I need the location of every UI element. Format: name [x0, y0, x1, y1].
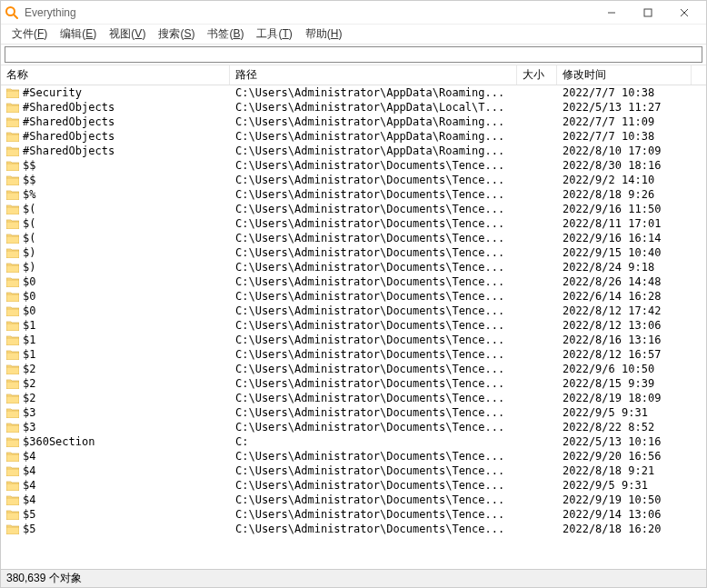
file-name: $( — [23, 203, 35, 215]
cell-date: 2022/7/7 11:09 — [557, 115, 706, 128]
col-header-size[interactable]: 大小 — [517, 65, 557, 85]
col-header-path[interactable]: 路径 — [230, 65, 517, 85]
folder-icon — [6, 175, 19, 185]
cell-path: C: — [230, 435, 517, 448]
table-row[interactable]: $0C:\Users\Administrator\Documents\Tence… — [1, 289, 706, 304]
menu-item[interactable]: 文件(F) — [6, 25, 53, 44]
menu-item[interactable]: 视图(V) — [104, 25, 151, 44]
table-row[interactable]: $4C:\Users\Administrator\Documents\Tence… — [1, 449, 706, 463]
menu-item[interactable]: 工具(T) — [251, 25, 297, 44]
cell-date: 2022/8/18 9:26 — [557, 188, 706, 201]
cell-path: C:\Users\Administrator\Documents\Tence..… — [230, 377, 517, 390]
file-name: $( — [23, 232, 35, 244]
cell-date: 2022/8/12 13:06 — [557, 319, 706, 332]
cell-name: $3 — [1, 406, 230, 419]
file-name: $2 — [23, 377, 35, 390]
table-row[interactable]: #SecurityC:\Users\Administrator\AppData\… — [1, 85, 706, 100]
minimize-button[interactable] — [593, 3, 630, 23]
table-row[interactable]: $)C:\Users\Administrator\Documents\Tence… — [1, 245, 706, 260]
table-row[interactable]: $%C:\Users\Administrator\Documents\Tence… — [1, 187, 706, 202]
col-header-modified[interactable]: 修改时间 — [557, 65, 692, 85]
cell-date: 2022/8/12 17:42 — [557, 304, 706, 317]
cell-date: 2022/8/18 16:20 — [557, 523, 706, 535]
cell-name: $$ — [1, 174, 230, 186]
file-name: $( — [23, 217, 35, 230]
table-row[interactable]: $)C:\Users\Administrator\Documents\Tence… — [1, 260, 706, 274]
search-input[interactable] — [5, 46, 702, 63]
cell-path: C:\Users\Administrator\Documents\Tence..… — [230, 232, 517, 244]
file-name: $5 — [23, 523, 35, 535]
table-row[interactable]: $2C:\Users\Administrator\Documents\Tence… — [1, 376, 706, 391]
file-name: $2 — [23, 363, 35, 375]
table-row[interactable]: $5C:\Users\Administrator\Documents\Tence… — [1, 507, 706, 522]
svg-line-1 — [14, 15, 17, 18]
results-list[interactable]: #SecurityC:\Users\Administrator\AppData\… — [1, 85, 706, 569]
table-row[interactable]: #SharedObjectsC:\Users\Administrator\App… — [1, 129, 706, 144]
menu-item[interactable]: 帮助(H) — [300, 25, 348, 44]
table-row[interactable]: $(C:\Users\Administrator\Documents\Tence… — [1, 231, 706, 245]
close-button[interactable] — [666, 3, 702, 23]
folder-icon — [6, 423, 19, 433]
menu-item[interactable]: 编辑(E) — [55, 25, 102, 44]
cell-path: C:\Users\Administrator\Documents\Tence..… — [230, 319, 517, 332]
file-name: $0 — [23, 290, 35, 303]
table-row[interactable]: #SharedObjectsC:\Users\Administrator\App… — [1, 115, 706, 129]
cell-path: C:\Users\Administrator\Documents\Tence..… — [230, 421, 517, 434]
table-row[interactable]: $(C:\Users\Administrator\Documents\Tence… — [1, 202, 706, 216]
cell-path: C:\Users\Administrator\Documents\Tence..… — [230, 304, 517, 317]
menu-item[interactable]: 搜索(S) — [153, 25, 200, 44]
cell-name: $( — [1, 203, 230, 215]
file-name: $5 — [23, 508, 35, 521]
menu-item[interactable]: 书签(B) — [202, 25, 249, 44]
cell-path: C:\Users\Administrator\AppData\Roaming..… — [230, 86, 517, 99]
cell-name: #SharedObjects — [1, 115, 230, 128]
cell-name: $( — [1, 232, 230, 244]
cell-name: $% — [1, 188, 230, 201]
col-header-name[interactable]: 名称 — [1, 65, 230, 85]
cell-path: C:\Users\Administrator\Documents\Tence..… — [230, 392, 517, 404]
cell-name: $) — [1, 246, 230, 259]
table-row[interactable]: $(C:\Users\Administrator\Documents\Tence… — [1, 216, 706, 231]
table-row[interactable]: $4C:\Users\Administrator\Documents\Tence… — [1, 478, 706, 493]
table-row[interactable]: $4C:\Users\Administrator\Documents\Tence… — [1, 493, 706, 507]
cell-name: $4 — [1, 464, 230, 477]
cell-name: $0 — [1, 275, 230, 288]
table-row[interactable]: #SharedObjectsC:\Users\Administrator\App… — [1, 100, 706, 115]
cell-name: $1 — [1, 334, 230, 346]
table-row[interactable]: $0C:\Users\Administrator\Documents\Tence… — [1, 274, 706, 289]
cell-date: 2022/8/30 18:16 — [557, 159, 706, 172]
folder-icon — [6, 117, 19, 127]
table-row[interactable]: $1C:\Users\Administrator\Documents\Tence… — [1, 333, 706, 347]
cell-path: C:\Users\Administrator\Documents\Tence..… — [230, 246, 517, 259]
window-title: Everything — [25, 6, 76, 19]
table-row[interactable]: $5C:\Users\Administrator\Documents\Tence… — [1, 522, 706, 536]
cell-date: 2022/9/20 16:56 — [557, 450, 706, 463]
cell-path: C:\Users\Administrator\Documents\Tence..… — [230, 523, 517, 535]
table-row[interactable]: $1C:\Users\Administrator\Documents\Tence… — [1, 347, 706, 362]
cell-path: C:\Users\Administrator\Documents\Tence..… — [230, 363, 517, 375]
file-name: $4 — [23, 493, 35, 506]
table-row[interactable]: $3C:\Users\Administrator\Documents\Tence… — [1, 420, 706, 434]
table-row[interactable]: $0C:\Users\Administrator\Documents\Tence… — [1, 304, 706, 318]
folder-icon — [6, 452, 19, 462]
table-row[interactable]: $4C:\Users\Administrator\Documents\Tence… — [1, 463, 706, 478]
folder-icon — [6, 146, 19, 156]
table-row[interactable]: $360SectionC:2022/5/13 10:16 — [1, 434, 706, 449]
cell-date: 2022/9/16 16:14 — [557, 232, 706, 244]
table-row[interactable]: $$C:\Users\Administrator\Documents\Tence… — [1, 158, 706, 173]
cell-date: 2022/9/2 14:10 — [557, 174, 706, 186]
cell-date: 2022/8/18 9:21 — [557, 464, 706, 477]
folder-icon — [6, 321, 19, 331]
cell-name: $0 — [1, 304, 230, 317]
table-row[interactable]: $1C:\Users\Administrator\Documents\Tence… — [1, 318, 706, 333]
table-row[interactable]: $2C:\Users\Administrator\Documents\Tence… — [1, 391, 706, 405]
table-row[interactable]: $3C:\Users\Administrator\Documents\Tence… — [1, 405, 706, 420]
svg-rect-3 — [644, 9, 652, 16]
maximize-button[interactable] — [630, 3, 666, 23]
table-row[interactable]: $$C:\Users\Administrator\Documents\Tence… — [1, 173, 706, 187]
folder-icon — [6, 481, 19, 491]
cell-path: C:\Users\Administrator\AppData\Roaming..… — [230, 130, 517, 143]
table-row[interactable]: #SharedObjectsC:\Users\Administrator\App… — [1, 144, 706, 158]
table-row[interactable]: $2C:\Users\Administrator\Documents\Tence… — [1, 362, 706, 376]
cell-name: #Security — [1, 86, 230, 99]
